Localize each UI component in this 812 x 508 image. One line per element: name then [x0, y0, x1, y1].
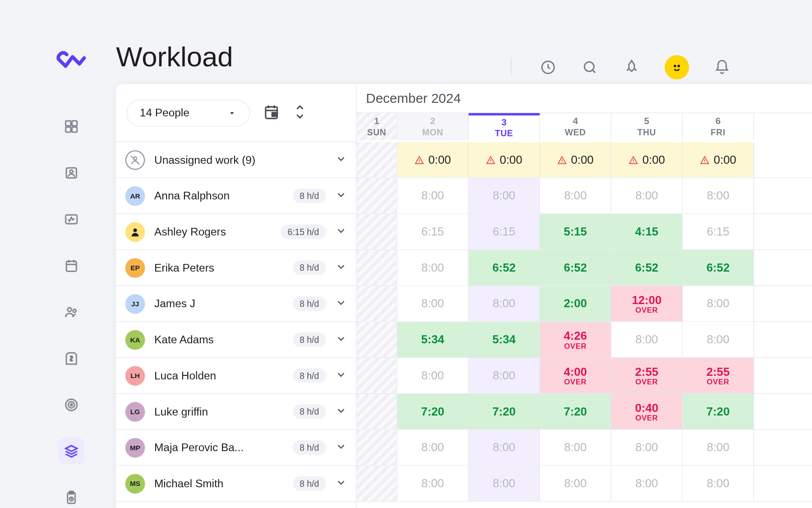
app-logo-icon[interactable]	[55, 46, 87, 75]
person-row[interactable]: LH Luca Holden 8 h/d	[116, 358, 356, 394]
nav-team-icon[interactable]	[58, 299, 84, 325]
workload-cell[interactable]: 7:20	[540, 394, 611, 429]
workload-cell[interactable]: 6:15	[469, 214, 540, 249]
chevron-down-icon[interactable]	[335, 225, 347, 239]
cell-value: 8:00	[564, 189, 586, 203]
nav-activity-icon[interactable]	[58, 206, 84, 232]
workload-cell[interactable]: 8:00	[683, 286, 754, 321]
unassigned-row[interactable]: Unassigned work (9)	[116, 142, 356, 178]
nav-workload-icon[interactable]	[58, 438, 84, 464]
bell-icon[interactable]	[713, 59, 731, 76]
workload-cell[interactable]: 6:52	[540, 250, 611, 285]
search-icon[interactable]	[581, 59, 599, 76]
workload-cell[interactable]: 8:00	[611, 430, 683, 465]
chevron-down-icon[interactable]	[335, 153, 347, 167]
day-col[interactable]: 2MON	[397, 113, 469, 140]
people-selector[interactable]: 14 People	[126, 99, 249, 126]
workload-cell[interactable]: 8:00	[469, 178, 540, 213]
workload-cell[interactable]: 8:00	[397, 430, 469, 465]
workload-cell[interactable]: 8:00	[469, 286, 540, 321]
person-row[interactable]: EP Erika Peters 8 h/d	[116, 250, 356, 286]
workload-cell[interactable]: 8:00	[683, 178, 754, 213]
workload-cell[interactable]: 0:00	[540, 142, 611, 177]
workload-cell[interactable]: 8:00	[540, 178, 611, 213]
workload-cell[interactable]: 8:00	[683, 322, 754, 357]
day-col[interactable]: 3TUE	[469, 113, 540, 140]
person-row[interactable]: LG Luke griffin 8 h/d	[116, 394, 356, 430]
day-col-weekend[interactable]: 1SUN	[357, 113, 397, 140]
unassigned-icon	[125, 150, 145, 170]
chevron-down-icon[interactable]	[335, 297, 347, 311]
workload-cell[interactable]: 0:00	[683, 142, 754, 177]
workload-cell[interactable]: 8:00	[683, 430, 754, 465]
workload-cell[interactable]: 6:15	[397, 214, 469, 249]
workload-cell[interactable]: 8:00	[469, 430, 540, 465]
chevron-down-icon[interactable]	[335, 189, 347, 203]
chevron-down-icon[interactable]	[335, 476, 347, 490]
person-row[interactable]: AR Anna Ralphson 8 h/d	[116, 178, 356, 214]
day-col[interactable]: 5THU	[611, 113, 683, 140]
workload-cell[interactable]: 8:00	[397, 466, 469, 501]
grid-row: 6:156:155:154:156:15	[357, 214, 812, 250]
expand-collapse-icon[interactable]	[293, 103, 307, 122]
workload-cell[interactable]: 8:00	[540, 466, 611, 501]
workload-cell[interactable]: 4:26OVER	[540, 322, 611, 357]
chevron-down-icon[interactable]	[335, 261, 347, 275]
workload-cell[interactable]: 0:00	[469, 142, 540, 177]
person-row[interactable]: JJ James J 8 h/d	[116, 286, 356, 322]
workload-cell[interactable]: 7:20	[469, 394, 540, 429]
person-row[interactable]: KA Kate Adams 8 h/d	[116, 322, 356, 358]
cell-value: 7:20	[564, 405, 587, 418]
day-col[interactable]: 6FRI	[683, 113, 754, 140]
workload-cell[interactable]: 8:00	[397, 358, 469, 393]
nav-profile-icon[interactable]	[58, 160, 84, 186]
workload-cell[interactable]: 6:52	[469, 250, 540, 285]
workload-cell[interactable]: 0:00	[611, 142, 683, 177]
person-row[interactable]: Ashley Rogers 6:15 h/d	[116, 214, 356, 250]
nav-dashboard-icon[interactable]	[58, 113, 84, 139]
workload-cell[interactable]: 5:15	[540, 214, 611, 249]
workload-cell[interactable]: 4:15	[611, 214, 683, 249]
nav-invoice-icon[interactable]	[58, 345, 84, 371]
workload-cell[interactable]: 0:00	[397, 142, 469, 177]
workload-cell[interactable]: 5:34	[397, 322, 469, 357]
workload-cell[interactable]: 6:15	[683, 214, 754, 249]
workload-cell[interactable]: 7:20	[397, 394, 469, 429]
smiley-avatar[interactable]	[664, 55, 689, 79]
workload-cell[interactable]: 8:00	[469, 466, 540, 501]
person-row[interactable]: MP Maja Perovic Ba... 8 h/d	[116, 430, 356, 466]
workload-cell[interactable]: 6:52	[683, 250, 754, 285]
day-col[interactable]: 4WED	[540, 113, 611, 140]
nav-calendar-icon[interactable]	[58, 252, 84, 278]
workload-cell[interactable]: 2:55OVER	[611, 358, 683, 393]
clock-icon[interactable]	[540, 59, 557, 76]
rocket-icon[interactable]	[623, 59, 641, 76]
nav-timesheet-icon[interactable]	[58, 485, 84, 508]
workload-cell[interactable]: 4:00OVER	[540, 358, 611, 393]
person-row[interactable]: MS Michael Smith 8 h/d	[116, 466, 356, 502]
workload-cell[interactable]: 8:00	[683, 466, 754, 501]
workload-cell[interactable]: 8:00	[611, 466, 683, 501]
cell-value: 5:34	[421, 333, 444, 346]
date-picker-icon[interactable]	[263, 103, 280, 123]
chevron-down-icon[interactable]	[335, 333, 347, 346]
nav-target-icon[interactable]	[58, 392, 84, 418]
workload-cell[interactable]: 12:00OVER	[611, 286, 683, 321]
workload-cell[interactable]: 8:00	[397, 178, 469, 213]
workload-cell[interactable]: 8:00	[397, 250, 469, 285]
workload-cell[interactable]: 2:00	[540, 286, 611, 321]
workload-cell[interactable]: 8:00	[397, 286, 469, 321]
chevron-down-icon[interactable]	[335, 405, 347, 419]
workload-cell[interactable]: 6:52	[611, 250, 683, 285]
chevron-down-icon[interactable]	[335, 440, 347, 454]
workload-cell[interactable]: 8:00	[540, 430, 611, 465]
workload-cell[interactable]: 8:00	[611, 322, 683, 357]
workload-cell[interactable]: 2:55OVER	[683, 358, 754, 393]
workload-cell[interactable]: 5:34	[469, 322, 540, 357]
chevron-down-icon[interactable]	[335, 369, 347, 383]
workload-cell[interactable]: 8:00	[611, 178, 683, 213]
workload-cell[interactable]: 7:20	[683, 394, 754, 429]
workload-cell[interactable]: 8:00	[469, 358, 540, 393]
person-name: Maja Perovic Ba...	[154, 441, 283, 454]
workload-cell[interactable]: 0:40OVER	[611, 394, 683, 429]
